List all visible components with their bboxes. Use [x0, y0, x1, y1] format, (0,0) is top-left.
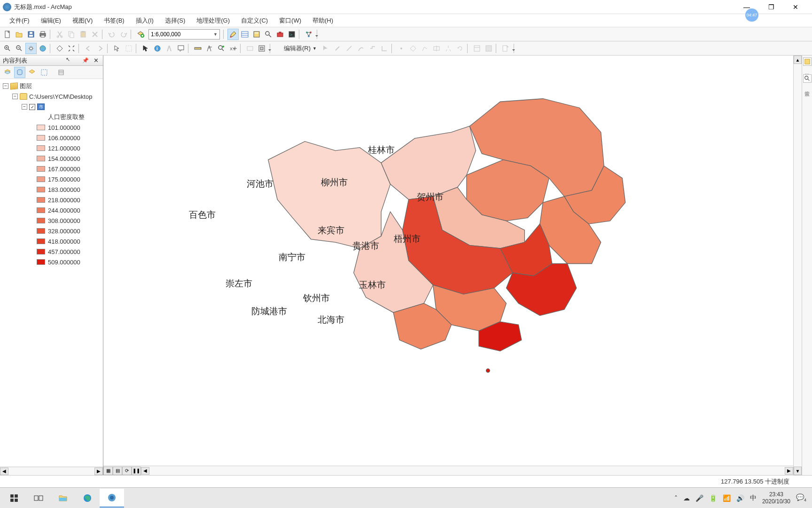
- clock[interactable]: 23:43 2020/10/30: [762, 491, 790, 505]
- scale-combo[interactable]: 1:6,000,000▼: [148, 29, 220, 40]
- tray-chevron-icon[interactable]: ˄: [674, 494, 678, 502]
- ime-indicator[interactable]: 中: [750, 494, 757, 502]
- select-elements-button[interactable]: [140, 43, 151, 54]
- options-button[interactable]: [55, 67, 67, 78]
- save-button[interactable]: [25, 29, 37, 40]
- identify-button[interactable]: i: [152, 43, 163, 54]
- pan-button[interactable]: [25, 43, 37, 54]
- expander-icon[interactable]: −: [22, 104, 27, 110]
- notifications-icon[interactable]: 💬4: [796, 493, 806, 502]
- legend-row[interactable]: 218.000000: [1, 195, 102, 205]
- onedrive-icon[interactable]: ☁: [683, 494, 690, 502]
- open-button[interactable]: [14, 29, 25, 40]
- scroll-left-icon[interactable]: ◀: [0, 468, 8, 475]
- menu-window[interactable]: 窗口(W): [273, 15, 307, 27]
- find-route-button[interactable]: [216, 43, 227, 54]
- create-viewer-button[interactable]: [256, 43, 267, 54]
- legend-row[interactable]: 509.000000: [1, 257, 102, 267]
- expander-icon[interactable]: −: [3, 83, 8, 89]
- start-button[interactable]: [2, 489, 26, 508]
- arcmap-taskbar-button[interactable]: [100, 489, 124, 508]
- list-by-source-button[interactable]: [14, 67, 25, 78]
- menu-selection[interactable]: 选择(S): [159, 15, 191, 27]
- model-builder-button[interactable]: [303, 29, 314, 40]
- pin-icon[interactable]: 📌: [81, 57, 90, 64]
- legend-row[interactable]: 167.000000: [1, 164, 102, 174]
- catalog-tab[interactable]: 目录: [804, 68, 811, 72]
- microphone-icon[interactable]: 🎤: [695, 494, 703, 502]
- scroll-down-icon[interactable]: ▼: [794, 467, 802, 475]
- refresh-button[interactable]: ⟳: [122, 467, 132, 475]
- close-button[interactable]: ✕: [786, 0, 805, 14]
- list-by-selection-button[interactable]: [39, 67, 50, 78]
- zoom-in-button[interactable]: [2, 43, 13, 54]
- python-button[interactable]: >_: [286, 29, 297, 40]
- tree-root[interactable]: 图层: [20, 82, 32, 90]
- full-extent-button[interactable]: [37, 43, 48, 54]
- menu-customize[interactable]: 自定义(C): [235, 15, 273, 27]
- measure-button[interactable]: [192, 43, 203, 54]
- add-data-button[interactable]: [135, 29, 146, 40]
- list-by-visibility-button[interactable]: [26, 67, 38, 78]
- menu-bookmarks[interactable]: 书签(B): [98, 15, 130, 27]
- menu-edit[interactable]: 编辑(E): [35, 15, 67, 27]
- legend-row[interactable]: 121.000000: [1, 143, 102, 153]
- list-by-drawing-order-button[interactable]: [2, 67, 13, 78]
- table-of-contents-button[interactable]: [239, 29, 250, 40]
- menu-insert[interactable]: 插入(I): [130, 15, 159, 27]
- file-explorer-button[interactable]: [51, 489, 75, 508]
- tree-path[interactable]: C:\Users\YCM\Desktop: [29, 93, 92, 100]
- legend-row[interactable]: 418.000000: [1, 236, 102, 246]
- layer-checkbox[interactable]: ✓: [29, 104, 35, 110]
- menu-file[interactable]: 文件(F): [4, 15, 35, 27]
- catalog-tab-icon[interactable]: [803, 57, 812, 66]
- new-button[interactable]: [2, 29, 13, 40]
- wifi-icon[interactable]: 📶: [723, 494, 731, 502]
- volume-icon[interactable]: 🔊: [736, 494, 744, 502]
- fixed-zoom-out-button[interactable]: [66, 43, 77, 54]
- legend-row[interactable]: 175.000000: [1, 174, 102, 184]
- zoom-out-button[interactable]: [14, 43, 25, 54]
- layout-view-button[interactable]: ▤: [113, 467, 122, 475]
- scroll-up-icon[interactable]: ▲: [794, 56, 802, 64]
- select-features-button[interactable]: [111, 43, 123, 54]
- go-to-xy-button[interactable]: XY: [227, 43, 239, 54]
- scroll-left-icon[interactable]: ◀: [141, 467, 149, 475]
- editor-toolbar-button[interactable]: [227, 29, 239, 40]
- legend-row[interactable]: 106.000000: [1, 133, 102, 143]
- find-button[interactable]: [204, 43, 215, 54]
- legend-row[interactable]: 308.000000: [1, 215, 102, 226]
- menu-help[interactable]: 帮助(H): [307, 15, 339, 27]
- toc-tree[interactable]: −图层 −C:\Users\YCM\Desktop −✓市 人口密度取整 101…: [0, 79, 103, 467]
- close-panel-icon[interactable]: ✕: [92, 57, 100, 64]
- editor-dropdown[interactable]: 编辑器(R)▼: [281, 44, 320, 53]
- scroll-right-icon[interactable]: ▶: [785, 467, 793, 475]
- map-canvas[interactable]: 桂林市河池市柳州市贺州市百色市来宾市梧州市贵港市南宁市崇左市玉林市钦州市防城港市…: [103, 56, 793, 466]
- legend-row[interactable]: 101.000000: [1, 122, 102, 133]
- pause-button[interactable]: ❚❚: [132, 467, 141, 475]
- scroll-right-icon[interactable]: ▶: [94, 468, 103, 475]
- search-tab[interactable]: 搜索: [804, 85, 811, 89]
- map-vscrollbar[interactable]: ▲ ▼: [793, 56, 802, 475]
- arctoolbox-button[interactable]: [274, 29, 286, 40]
- legend-row[interactable]: 244.000000: [1, 205, 102, 215]
- legend-row[interactable]: 154.000000: [1, 153, 102, 164]
- data-view-button[interactable]: ▦: [103, 467, 113, 475]
- search-tab-icon[interactable]: [803, 74, 812, 83]
- menu-geoprocessing[interactable]: 地理处理(G): [191, 15, 235, 27]
- catalog-button[interactable]: [251, 29, 262, 40]
- battery-icon[interactable]: 🔋: [709, 494, 717, 502]
- fixed-zoom-in-button[interactable]: [54, 43, 65, 54]
- print-button[interactable]: [37, 29, 48, 40]
- menu-view[interactable]: 视图(V): [67, 15, 98, 27]
- task-view-button[interactable]: [26, 489, 51, 508]
- edge-button[interactable]: [75, 489, 100, 508]
- legend-row[interactable]: 328.000000: [1, 226, 102, 236]
- map-view[interactable]: 桂林市河池市柳州市贺州市百色市来宾市梧州市贵港市南宁市崇左市玉林市钦州市防城港市…: [103, 56, 793, 466]
- legend-row[interactable]: 457.000000: [1, 246, 102, 257]
- h-scrollbar[interactable]: [149, 467, 785, 475]
- search-button[interactable]: [263, 29, 274, 40]
- expander-icon[interactable]: −: [12, 94, 18, 99]
- html-popup-button[interactable]: [175, 43, 187, 54]
- maximize-button[interactable]: ❐: [761, 0, 781, 14]
